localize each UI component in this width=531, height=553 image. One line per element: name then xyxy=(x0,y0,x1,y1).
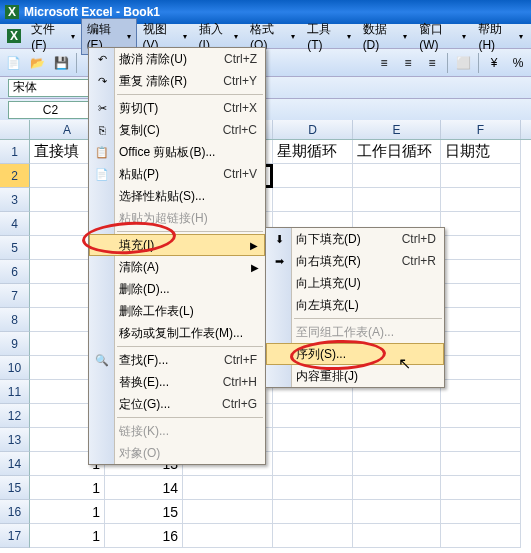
cell[interactable] xyxy=(441,476,521,500)
cell[interactable]: 1 xyxy=(30,524,105,548)
row-header[interactable]: 4 xyxy=(0,212,30,236)
menu-item[interactable]: ⬇向下填充(D)Ctrl+D xyxy=(266,228,444,250)
cell[interactable]: 1 xyxy=(30,476,105,500)
cell[interactable] xyxy=(273,404,353,428)
menu-item[interactable]: 删除工作表(L) xyxy=(89,300,265,322)
cell[interactable]: 日期范 xyxy=(441,140,521,164)
cell[interactable] xyxy=(353,428,441,452)
cell[interactable] xyxy=(353,476,441,500)
cell[interactable] xyxy=(441,356,521,380)
name-box[interactable]: C2 xyxy=(8,101,93,119)
align-right-icon[interactable]: ≡ xyxy=(421,52,443,74)
menu-item[interactable]: 向左填充(L) xyxy=(266,294,444,316)
menu-item[interactable]: ✂剪切(T)Ctrl+X xyxy=(89,97,265,119)
cell[interactable] xyxy=(441,260,521,284)
menu-item[interactable]: 清除(A)▶ xyxy=(89,256,265,278)
menu-item[interactable]: 向上填充(U) xyxy=(266,272,444,294)
row-header[interactable]: 3 xyxy=(0,188,30,212)
menu-item[interactable]: 定位(G)...Ctrl+G xyxy=(89,393,265,415)
merge-icon[interactable]: ⬜ xyxy=(452,52,474,74)
row-header[interactable]: 10 xyxy=(0,356,30,380)
cell[interactable] xyxy=(353,188,441,212)
menu-item[interactable]: ↶撤消 清除(U)Ctrl+Z xyxy=(89,48,265,70)
row-header[interactable]: 1 xyxy=(0,140,30,164)
cell[interactable] xyxy=(273,164,353,188)
cell[interactable] xyxy=(183,476,273,500)
cell[interactable] xyxy=(441,236,521,260)
menu-item[interactable]: 填充(I)▶ xyxy=(89,234,265,256)
menu-item[interactable]: 选择性粘贴(S)... xyxy=(89,185,265,207)
cell[interactable] xyxy=(441,332,521,356)
select-all-corner[interactable] xyxy=(0,120,30,139)
menu-item[interactable]: 移动或复制工作表(M)... xyxy=(89,322,265,344)
cell[interactable]: 16 xyxy=(105,524,183,548)
menu-item[interactable]: 📋Office 剪贴板(B)... xyxy=(89,141,265,163)
cell[interactable] xyxy=(441,452,521,476)
open-icon[interactable]: 📂 xyxy=(26,52,48,74)
cell[interactable] xyxy=(353,524,441,548)
row-header[interactable]: 2 xyxy=(0,164,30,188)
cell[interactable] xyxy=(441,188,521,212)
cell[interactable] xyxy=(353,452,441,476)
cell[interactable] xyxy=(441,284,521,308)
menu-item[interactable]: 序列(S)... xyxy=(266,343,444,365)
col-header-D[interactable]: D xyxy=(273,120,353,139)
row-header[interactable]: 11 xyxy=(0,380,30,404)
font-name-box[interactable]: 宋体 xyxy=(8,79,93,97)
cell[interactable] xyxy=(441,308,521,332)
cell[interactable] xyxy=(441,428,521,452)
row-header[interactable]: 5 xyxy=(0,236,30,260)
row-header[interactable]: 8 xyxy=(0,308,30,332)
menu-item[interactable]: ↷重复 清除(R)Ctrl+Y xyxy=(89,70,265,92)
cell[interactable] xyxy=(441,212,521,236)
menu-tools[interactable]: 工具(T)▾ xyxy=(301,18,356,55)
cell[interactable]: 星期循环 xyxy=(273,140,353,164)
row-header[interactable]: 12 xyxy=(0,404,30,428)
row-header[interactable]: 6 xyxy=(0,260,30,284)
row-header[interactable]: 9 xyxy=(0,332,30,356)
row-header[interactable]: 14 xyxy=(0,452,30,476)
col-header-F[interactable]: F xyxy=(441,120,521,139)
cell[interactable] xyxy=(273,452,353,476)
row-header[interactable]: 7 xyxy=(0,284,30,308)
menu-item[interactable]: ➡向右填充(R)Ctrl+R xyxy=(266,250,444,272)
cell[interactable] xyxy=(441,380,521,404)
menu-item[interactable]: 🔍查找(F)...Ctrl+F xyxy=(89,349,265,371)
cell[interactable] xyxy=(441,404,521,428)
menu-item[interactable]: 内容重排(J) xyxy=(266,365,444,387)
cell[interactable] xyxy=(273,428,353,452)
cell[interactable] xyxy=(183,524,273,548)
cell[interactable] xyxy=(353,500,441,524)
cell[interactable] xyxy=(273,500,353,524)
menu-data[interactable]: 数据(D)▾ xyxy=(357,18,414,55)
cell[interactable] xyxy=(273,476,353,500)
cell[interactable] xyxy=(273,188,353,212)
menu-item[interactable]: 删除(D)... xyxy=(89,278,265,300)
menu-help[interactable]: 帮助(H)▾ xyxy=(472,18,529,55)
row-header[interactable]: 16 xyxy=(0,500,30,524)
currency-icon[interactable]: ¥ xyxy=(483,52,505,74)
cell[interactable]: 1 xyxy=(30,500,105,524)
percent-icon[interactable]: % xyxy=(507,52,529,74)
cell[interactable] xyxy=(353,404,441,428)
menu-window[interactable]: 窗口(W)▾ xyxy=(413,18,472,55)
cell[interactable] xyxy=(441,524,521,548)
row-header[interactable]: 13 xyxy=(0,428,30,452)
row-header[interactable]: 15 xyxy=(0,476,30,500)
new-icon[interactable]: 📄 xyxy=(2,52,24,74)
col-header-E[interactable]: E xyxy=(353,120,441,139)
menu-item[interactable]: 📄粘贴(P)Ctrl+V xyxy=(89,163,265,185)
menu-item[interactable]: ⎘复制(C)Ctrl+C xyxy=(89,119,265,141)
cell[interactable] xyxy=(183,500,273,524)
save-icon[interactable]: 💾 xyxy=(50,52,72,74)
cell[interactable] xyxy=(353,164,441,188)
menu-item[interactable]: 替换(E)...Ctrl+H xyxy=(89,371,265,393)
cell[interactable]: 15 xyxy=(105,500,183,524)
row-header[interactable]: 17 xyxy=(0,524,30,548)
align-left-icon[interactable]: ≡ xyxy=(373,52,395,74)
cell[interactable] xyxy=(441,500,521,524)
cell[interactable] xyxy=(273,524,353,548)
cell[interactable]: 14 xyxy=(105,476,183,500)
cell[interactable]: 工作日循环 xyxy=(353,140,441,164)
cell[interactable] xyxy=(441,164,521,188)
